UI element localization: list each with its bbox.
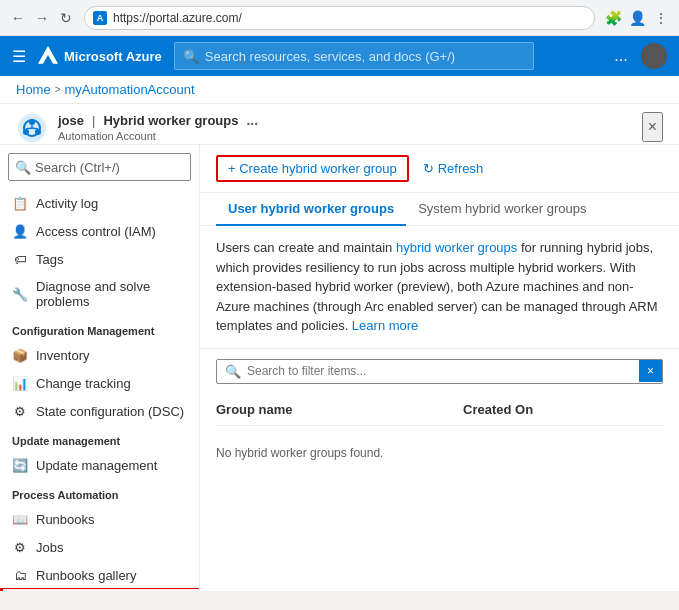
browser-nav-buttons: ← → ↻ — [8, 8, 76, 28]
browser-more-button[interactable]: ⋮ — [651, 8, 671, 28]
desc-learn-more-link[interactable]: Learn more — [352, 318, 418, 333]
content-search[interactable]: 🔍 × — [216, 359, 663, 384]
topnav-search-placeholder: Search resources, services, and docs (G+… — [205, 49, 455, 64]
content-search-input[interactable] — [247, 364, 631, 378]
sidebar-item-label: Change tracking — [36, 376, 131, 391]
page-subtitle: Automation Account — [58, 130, 258, 142]
svg-line-7 — [26, 128, 32, 129]
sidebar-item-hybrid-worker-groups[interactable]: ⚙ Hybrid worker groups — [0, 589, 199, 591]
sidebar-search-placeholder: Search (Ctrl+/) — [35, 160, 120, 175]
tab-system-hybrid-worker-groups[interactable]: System hybrid worker groups — [406, 193, 598, 226]
sidebar-item-change-tracking[interactable]: 📊 Change tracking — [0, 369, 199, 397]
svg-point-2 — [29, 119, 35, 125]
create-hybrid-worker-group-button[interactable]: + Create hybrid worker group — [216, 155, 409, 182]
sidebar-item-label: Update management — [36, 458, 157, 473]
azure-topnav: ☰ Microsoft Azure 🔍 Search resources, se… — [0, 36, 679, 76]
tab-label: System hybrid worker groups — [418, 201, 586, 216]
page-title-prefix: jose — [58, 113, 84, 128]
tab-label: User hybrid worker groups — [228, 201, 394, 216]
profile-button[interactable]: 👤 — [627, 8, 647, 28]
page-header-left: jose | Hybrid worker groups ... Automati… — [16, 112, 258, 144]
breadcrumb-sep1: > — [55, 84, 61, 95]
extensions-button[interactable]: 🧩 — [603, 8, 623, 28]
sidebar-item-jobs[interactable]: ⚙ Jobs — [0, 533, 199, 561]
content-area: + Create hybrid worker group ↻ Refresh U… — [200, 145, 679, 591]
tab-user-hybrid-worker-groups[interactable]: User hybrid worker groups — [216, 193, 406, 226]
col-header-group-name: Group name — [216, 402, 463, 417]
page-title-separator: | — [92, 113, 95, 128]
section-label-config: Configuration Management — [0, 315, 199, 341]
sidebar-item-tags[interactable]: 🏷 Tags — [0, 245, 199, 273]
sidebar-item-update-mgmt[interactable]: 🔄 Update management — [0, 451, 199, 479]
sidebar-item-inventory[interactable]: 📦 Inventory — [0, 341, 199, 369]
state-config-icon: ⚙ — [12, 403, 28, 419]
sidebar-item-diagnose[interactable]: 🔧 Diagnose and solve problems — [0, 273, 199, 315]
section-label-process: Process Automation — [0, 479, 199, 505]
hamburger-menu[interactable]: ☰ — [12, 47, 26, 66]
content-search-inner: 🔍 — [217, 360, 639, 383]
close-button[interactable]: × — [642, 112, 663, 142]
browser-chrome: ← → ↻ https://portal.azure.com/ 🧩 👤 ⋮ — [0, 0, 679, 36]
forward-button[interactable]: → — [32, 8, 52, 28]
sidebar: 🔍 Search (Ctrl+/) 📋 Activity log 👤 Acces… — [0, 145, 200, 591]
sidebar-item-label: State configuration (DSC) — [36, 404, 184, 419]
content-table: Group name Created On No hybrid worker g… — [200, 394, 679, 480]
create-btn-label: + Create hybrid worker group — [228, 161, 397, 176]
page-title-area: jose | Hybrid worker groups ... Automati… — [58, 112, 258, 142]
refresh-button[interactable]: ↻ — [56, 8, 76, 28]
inventory-icon: 📦 — [12, 347, 28, 363]
refresh-icon: ↻ — [423, 161, 434, 176]
sidebar-item-label: Access control (IAM) — [36, 224, 156, 239]
user-avatar[interactable] — [641, 43, 667, 69]
change-tracking-icon: 📊 — [12, 375, 28, 391]
desc-text-before-link1: Users can create and maintain — [216, 240, 396, 255]
content-toolbar: + Create hybrid worker group ↻ Refresh — [200, 145, 679, 193]
page-header: jose | Hybrid worker groups ... Automati… — [0, 104, 679, 145]
page-icon — [16, 112, 48, 144]
search-icon: 🔍 — [183, 49, 199, 64]
sidebar-item-label: Runbooks — [36, 512, 95, 527]
address-bar[interactable]: https://portal.azure.com/ — [84, 6, 595, 30]
table-empty-message: No hybrid worker groups found. — [216, 426, 663, 480]
back-button[interactable]: ← — [8, 8, 28, 28]
sidebar-item-access-control[interactable]: 👤 Access control (IAM) — [0, 217, 199, 245]
breadcrumb-home[interactable]: Home — [16, 82, 51, 97]
sidebar-item-label: Diagnose and solve problems — [36, 279, 187, 309]
topnav-search[interactable]: 🔍 Search resources, services, and docs (… — [174, 42, 534, 70]
sidebar-item-label: Jobs — [36, 540, 63, 555]
svg-point-3 — [35, 129, 41, 135]
jobs-icon: ⚙ — [12, 539, 28, 555]
sidebar-item-runbooks[interactable]: 📖 Runbooks — [0, 505, 199, 533]
page-title-ellipsis[interactable]: ... — [246, 112, 258, 128]
breadcrumb-account[interactable]: myAutomationAccount — [65, 82, 195, 97]
content-search-clear-button[interactable]: × — [639, 360, 662, 382]
refresh-button[interactable]: ↻ Refresh — [413, 157, 494, 180]
col-header-created-on: Created On — [463, 402, 663, 417]
sidebar-item-state-config[interactable]: ⚙ State configuration (DSC) — [0, 397, 199, 425]
azure-logo-icon — [38, 46, 58, 66]
svg-line-6 — [32, 128, 38, 129]
browser-actions: 🧩 👤 ⋮ — [603, 8, 671, 28]
activity-log-icon: 📋 — [12, 195, 28, 211]
content-tabs: User hybrid worker groups System hybrid … — [200, 193, 679, 226]
sidebar-item-label: Runbooks gallery — [36, 568, 136, 583]
tags-icon: 🏷 — [12, 251, 28, 267]
access-control-icon: 👤 — [12, 223, 28, 239]
main-layout: 🔍 Search (Ctrl+/) 📋 Activity log 👤 Acces… — [0, 145, 679, 591]
content-description: Users can create and maintain hybrid wor… — [200, 226, 679, 349]
svg-point-4 — [23, 129, 29, 135]
address-text: https://portal.azure.com/ — [113, 11, 242, 25]
sidebar-search[interactable]: 🔍 Search (Ctrl+/) — [8, 153, 191, 181]
favicon — [93, 11, 107, 25]
update-mgmt-icon: 🔄 — [12, 457, 28, 473]
content-search-icon: 🔍 — [225, 364, 241, 379]
sidebar-item-runbooks-gallery[interactable]: 🗂 Runbooks gallery — [0, 561, 199, 589]
sidebar-item-label: Activity log — [36, 196, 98, 211]
topnav-more-button[interactable]: ... — [609, 44, 633, 68]
runbooks-gallery-icon: 🗂 — [12, 567, 28, 583]
sidebar-item-activity-log[interactable]: 📋 Activity log — [0, 189, 199, 217]
diagnose-icon: 🔧 — [12, 286, 28, 302]
desc-link-hybrid-worker-groups[interactable]: hybrid worker groups — [396, 240, 517, 255]
hybrid-worker-icon — [16, 112, 48, 144]
azure-logo: Microsoft Azure — [38, 46, 162, 66]
